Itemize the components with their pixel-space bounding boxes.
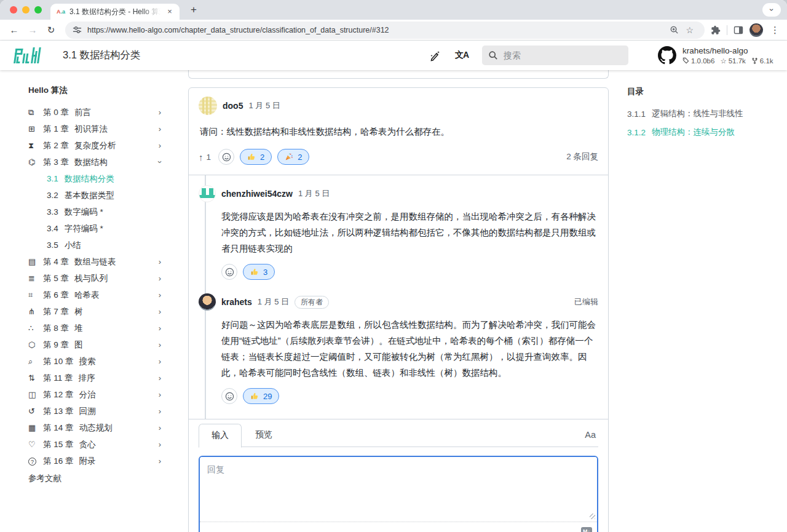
profile-avatar[interactable] bbox=[749, 23, 763, 37]
tab-write[interactable]: 输入 bbox=[199, 424, 242, 448]
sidebar-item-references[interactable]: 参考文献 bbox=[28, 470, 178, 486]
sidebar-item-ch8[interactable]: ∴ 第 8 章 堆 › bbox=[28, 320, 178, 336]
chevron-right-icon[interactable]: › bbox=[159, 124, 161, 133]
theme-toggle-icon[interactable] bbox=[429, 49, 441, 62]
reaction-thumbs-up[interactable]: 3 bbox=[243, 264, 275, 280]
avatar[interactable] bbox=[199, 97, 217, 115]
chevron-right-icon[interactable]: › bbox=[159, 108, 161, 117]
previous-comment-cutoff bbox=[188, 70, 609, 79]
reply-author[interactable]: krahets bbox=[221, 297, 252, 307]
toolbar-divider bbox=[727, 25, 727, 35]
language-switch-icon[interactable]: 文A bbox=[455, 50, 469, 61]
toc-item-3-1-2[interactable]: 3.1.2 物理结构：连续与分散 bbox=[627, 123, 781, 141]
sidebar-item-3-5[interactable]: 3.5 小结 bbox=[28, 237, 178, 253]
side-panel-icon[interactable] bbox=[734, 25, 743, 35]
back-button[interactable]: ← bbox=[6, 22, 22, 38]
tab-preview[interactable]: 预览 bbox=[242, 429, 286, 440]
browser-menu-icon[interactable]: ⋮ bbox=[769, 25, 781, 36]
chevron-right-icon[interactable]: › bbox=[159, 373, 161, 383]
tab-close-icon[interactable]: × bbox=[165, 7, 175, 17]
sidebar-item-ch16[interactable]: ? 第 16 章 附录 › bbox=[28, 453, 178, 469]
site-settings-icon[interactable] bbox=[73, 25, 82, 35]
add-reaction-button[interactable] bbox=[221, 264, 237, 280]
hello-algo-logo[interactable] bbox=[14, 46, 42, 65]
sidebar-item-ch5[interactable]: ≣ 第 5 章 栈与队列 › bbox=[28, 270, 178, 287]
sidebar-item-ch2[interactable]: ⧗ 第 2 章 复杂度分析 › bbox=[28, 137, 178, 154]
tab-search-button[interactable]: › bbox=[762, 3, 781, 17]
upvote-button[interactable]: ↑ 1 bbox=[199, 152, 211, 162]
up-arrow-icon: ↑ bbox=[199, 152, 204, 162]
sidebar-item-ch0[interactable]: ⧉ 第 0 章 前言 › bbox=[28, 104, 178, 121]
avatar[interactable] bbox=[199, 185, 216, 202]
reload-button[interactable]: ↻ bbox=[43, 22, 59, 38]
chevron-right-icon[interactable]: › bbox=[159, 440, 161, 449]
sidebar-item-ch15[interactable]: ♡ 第 15 章 贪心 › bbox=[28, 436, 178, 453]
search-input[interactable] bbox=[504, 50, 596, 60]
sidebar-item-3-2[interactable]: 3.2 基本数据类型 bbox=[28, 187, 178, 204]
sidebar-item-ch11[interactable]: ⇅ 第 11 章 排序 › bbox=[28, 370, 178, 386]
forward-button[interactable]: → bbox=[25, 22, 41, 38]
sidebar-item-ch12[interactable]: ◫ 第 12 章 分治 › bbox=[28, 386, 178, 403]
data-structure-icon: ⌬ bbox=[28, 157, 43, 167]
sidebar-item-ch9[interactable]: ⬡ 第 9 章 图 › bbox=[28, 336, 178, 353]
calculator-icon: ⊞ bbox=[28, 124, 43, 133]
add-reaction-button[interactable] bbox=[221, 388, 237, 404]
chevron-right-icon[interactable]: › bbox=[159, 324, 161, 333]
chevron-right-icon[interactable]: › bbox=[159, 290, 161, 300]
sidebar-item-ch1[interactable]: ⊞ 第 1 章 初识算法 › bbox=[28, 121, 178, 137]
add-reaction-button[interactable] bbox=[218, 149, 234, 165]
avatar[interactable] bbox=[199, 293, 216, 311]
stack-icon: ≣ bbox=[28, 274, 43, 283]
chevron-right-icon[interactable]: › bbox=[159, 141, 161, 150]
replies-count: 2 条回复 bbox=[566, 151, 598, 162]
sidebar-item-ch10[interactable]: ⌕ 第 10 章 搜索 › bbox=[28, 353, 178, 370]
github-repo-link[interactable]: krahets/hello-algo 1.0.0b6 ☆51.7k 6.1k bbox=[658, 46, 773, 65]
search-box[interactable] bbox=[482, 46, 628, 65]
zoom-level-icon[interactable] bbox=[670, 25, 679, 35]
sidebar-item-ch13[interactable]: ↺ 第 13 章 回溯 › bbox=[28, 403, 178, 419]
chevron-right-icon[interactable]: › bbox=[159, 423, 161, 432]
sidebar-item-3-3[interactable]: 3.3 数字编码 * bbox=[28, 204, 178, 220]
close-window-button[interactable] bbox=[10, 6, 17, 14]
sidebar-item-ch4[interactable]: ▤ 第 4 章 数组与链表 › bbox=[28, 253, 178, 270]
bookmark-star-icon[interactable]: ☆ bbox=[686, 25, 694, 35]
reaction-thumbs-up[interactable]: 2 bbox=[240, 149, 272, 165]
reply-author[interactable]: chenzhiwei54czw bbox=[221, 189, 293, 199]
chevron-right-icon[interactable]: › bbox=[159, 307, 161, 316]
new-tab-button[interactable]: + bbox=[186, 2, 202, 18]
chevron-right-icon[interactable]: › bbox=[159, 390, 161, 399]
minimize-window-button[interactable] bbox=[22, 6, 30, 14]
comment-author[interactable]: doo5 bbox=[223, 101, 243, 111]
reply-textarea[interactable] bbox=[200, 457, 597, 516]
sidebar-item-ch6[interactable]: ⌗ 第 6 章 哈希表 › bbox=[28, 287, 178, 303]
sidebar-item-ch7[interactable]: ⋔ 第 7 章 树 › bbox=[28, 303, 178, 320]
browser-tab[interactable]: A.a 3.1 数据结构分类 - Hello 算法 × bbox=[50, 4, 180, 20]
chevron-right-icon[interactable]: › bbox=[159, 340, 161, 349]
chevron-down-icon[interactable]: › bbox=[159, 157, 161, 167]
reply-date[interactable]: 1 月 5 日 bbox=[298, 188, 330, 199]
toc-item-3-1-1[interactable]: 3.1.1 逻辑结构：线性与非线性 bbox=[627, 105, 781, 123]
sidebar-item-3-1[interactable]: 3.1 数据结构分类 bbox=[28, 170, 178, 187]
sidebar-item-ch14[interactable]: ▦ 第 14 章 动态规划 › bbox=[28, 419, 178, 436]
book-icon: ⧉ bbox=[28, 108, 43, 117]
address-bar[interactable]: https://www.hello-algo.com/chapter_data_… bbox=[65, 22, 705, 39]
heap-icon: ∴ bbox=[28, 324, 43, 333]
extensions-puzzle-icon[interactable] bbox=[711, 25, 721, 35]
chevron-right-icon[interactable]: › bbox=[159, 456, 161, 466]
table-of-contents: 目录 3.1.1 逻辑结构：线性与非线性 3.1.2 物理结构：连续与分散 bbox=[609, 70, 787, 532]
maximize-window-button[interactable] bbox=[34, 6, 42, 14]
comment-date[interactable]: 1 月 5 日 bbox=[248, 100, 280, 111]
sidebar-item-ch3[interactable]: ⌬ 第 3 章 数据结构 › bbox=[28, 154, 178, 170]
reply-body: 好问题～这因为哈希表底层是数组，所以包含线性数据结构。而为了解决哈希冲突，我们可… bbox=[221, 317, 598, 381]
reaction-party-popper[interactable]: 2 bbox=[277, 149, 309, 165]
reply-date[interactable]: 1 月 5 日 bbox=[258, 296, 289, 308]
sidebar-item-3-4[interactable]: 3.4 字符编码 * bbox=[28, 220, 178, 237]
reaction-thumbs-up[interactable]: 29 bbox=[243, 388, 279, 404]
chevron-right-icon[interactable]: › bbox=[159, 407, 161, 416]
edited-label: 已编辑 bbox=[574, 296, 598, 308]
chevron-right-icon[interactable]: › bbox=[159, 257, 161, 266]
chevron-right-icon[interactable]: › bbox=[159, 357, 161, 366]
chapter-sidebar: Hello 算法 ⧉ 第 0 章 前言 › ⊞ 第 1 章 初识算法 › ⧗ 第… bbox=[0, 70, 184, 532]
resize-handle-icon[interactable] bbox=[200, 516, 597, 522]
chevron-right-icon[interactable]: › bbox=[159, 274, 161, 283]
